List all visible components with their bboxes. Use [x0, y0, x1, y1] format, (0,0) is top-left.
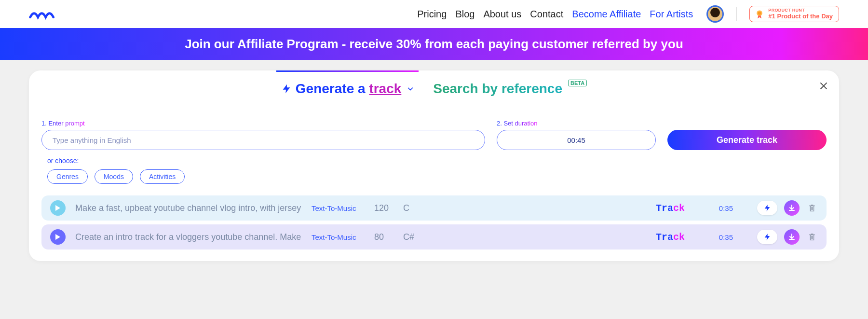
- ph-bottom-label: #1 Product of the Day: [768, 13, 833, 20]
- delete-button[interactable]: [806, 231, 818, 243]
- play-button[interactable]: [50, 200, 66, 216]
- nav: Pricing Blog About us Contact Become Aff…: [417, 5, 839, 23]
- nav-about[interactable]: About us: [483, 9, 521, 20]
- tab-generate-prefix: Generate a: [296, 81, 369, 96]
- nav-for-artists[interactable]: For Artists: [650, 9, 693, 20]
- chip-moods[interactable]: Moods: [95, 169, 133, 184]
- tracks-list: Make a fast, upbeat youtube channel vlog…: [41, 195, 827, 250]
- nav-contact[interactable]: Contact: [530, 9, 563, 20]
- bolt-icon: [281, 83, 292, 94]
- nav-pricing[interactable]: Pricing: [417, 9, 447, 20]
- product-hunt-badge[interactable]: PRODUCT HUNT #1 Product of the Day: [749, 6, 839, 22]
- affiliate-banner[interactable]: Join our Affiliate Program - receive 30%…: [0, 28, 868, 60]
- track-bpm: 120: [374, 203, 393, 213]
- medal-icon: [755, 9, 764, 19]
- chip-genres[interactable]: Genres: [47, 169, 88, 184]
- main-card: Generate a track Search by reference BET…: [29, 70, 839, 261]
- separator: [736, 7, 737, 21]
- avatar[interactable]: [706, 5, 724, 23]
- generate-button[interactable]: Generate track: [667, 130, 827, 150]
- prompt-input[interactable]: [41, 130, 485, 150]
- track-actions: [757, 229, 818, 245]
- track-prompt: Make a fast, upbeat youtube channel vlog…: [75, 203, 302, 213]
- tab-generate[interactable]: Generate a track: [281, 81, 414, 99]
- track-prompt: Create an intro track for a vloggers you…: [75, 232, 302, 242]
- download-button[interactable]: [784, 229, 800, 245]
- trash-icon: [808, 233, 816, 241]
- form-row: 1. Enter prompt 2. Set duration Generate…: [41, 119, 827, 150]
- chips: Genres Moods Activities: [47, 169, 827, 184]
- track-source: Text-To-Music: [312, 233, 365, 241]
- bolt-icon: [763, 204, 771, 212]
- nav-blog[interactable]: Blog: [455, 9, 475, 20]
- trash-icon: [808, 204, 816, 212]
- step1-label: 1. Enter prompt: [41, 120, 85, 127]
- track-actions: [757, 200, 818, 216]
- duration-input[interactable]: [497, 130, 656, 150]
- delete-button[interactable]: [806, 202, 818, 214]
- track-duration: 0:35: [704, 233, 733, 241]
- tab-search-reference[interactable]: Search by reference BETA: [433, 81, 587, 99]
- track-key: C: [403, 203, 422, 213]
- logo[interactable]: [29, 7, 68, 21]
- nav-become-affiliate[interactable]: Become Affiliate: [572, 9, 641, 20]
- or-choose-label: or choose:: [47, 157, 827, 165]
- track-row: Create an intro track for a vloggers you…: [41, 224, 827, 250]
- track-label: Track: [656, 203, 694, 214]
- chevron-down-icon: [407, 85, 414, 92]
- play-icon: [54, 205, 61, 211]
- download-icon: [788, 204, 796, 212]
- bolt-icon: [763, 233, 771, 241]
- step2-label: 2. Set duration: [497, 120, 538, 127]
- svg-point-1: [758, 12, 761, 15]
- track-key: C#: [403, 232, 422, 242]
- tabs: Generate a track Search by reference BET…: [41, 70, 827, 99]
- track-row: Make a fast, upbeat youtube channel vlog…: [41, 195, 827, 221]
- tab-generate-word: track: [369, 81, 401, 96]
- beta-badge: BETA: [568, 80, 587, 86]
- regenerate-button[interactable]: [757, 201, 777, 215]
- track-bpm: 80: [374, 232, 393, 242]
- play-button[interactable]: [50, 229, 66, 245]
- track-duration: 0:35: [704, 204, 733, 212]
- header: Pricing Blog About us Contact Become Aff…: [0, 0, 868, 28]
- track-source: Text-To-Music: [312, 204, 365, 212]
- download-button[interactable]: [784, 200, 800, 216]
- chip-activities[interactable]: Activities: [140, 169, 185, 184]
- regenerate-button[interactable]: [757, 230, 777, 244]
- product-hunt-text: PRODUCT HUNT #1 Product of the Day: [768, 8, 833, 20]
- track-label: Track: [656, 232, 694, 243]
- download-icon: [788, 233, 796, 241]
- play-icon: [54, 234, 61, 240]
- tab-reference-label: Search by reference: [433, 81, 562, 97]
